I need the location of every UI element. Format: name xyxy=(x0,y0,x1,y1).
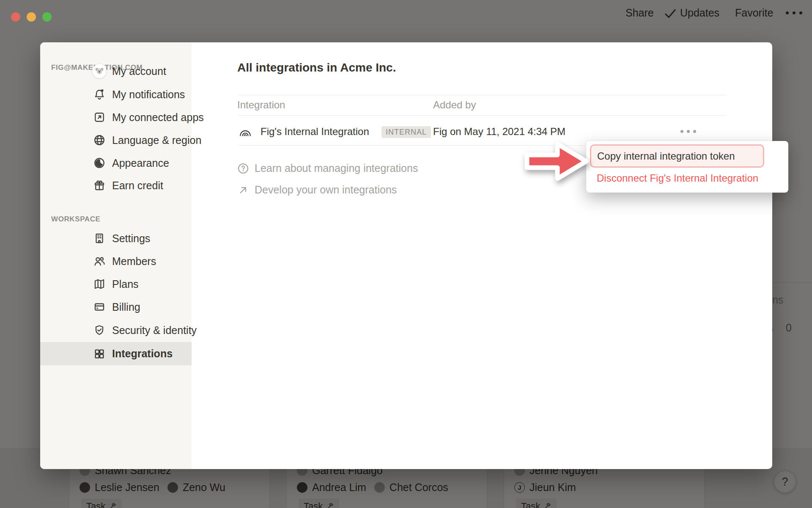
sidebar-item-language-region[interactable]: Language & region xyxy=(40,130,192,151)
column-header-added-by: Added by xyxy=(433,99,476,111)
sidebar-item-appearance[interactable]: Appearance xyxy=(40,152,192,174)
settings-sidebar: FIG@MAKENOTION.COM My account xyxy=(40,42,192,469)
sidebar-item-earn-credit[interactable]: Earn credit xyxy=(40,175,192,196)
sidebar-item-billing[interactable]: Billing xyxy=(40,296,192,318)
sidebar-item-my-connected-apps[interactable]: My connected apps xyxy=(40,107,192,128)
develop-link[interactable]: Develop your own integrations xyxy=(237,184,397,196)
sidebar-item-settings[interactable]: Settings xyxy=(40,228,192,249)
sidebar-item-integrations[interactable]: Integrations xyxy=(40,342,192,365)
arrow-up-right-icon xyxy=(237,184,249,196)
sidebar-item-my-notifications[interactable]: My notifications xyxy=(40,84,192,105)
copy-token-menu-item[interactable]: Copy internal integration token xyxy=(590,144,764,168)
zoom-button[interactable] xyxy=(42,12,52,22)
building-icon xyxy=(92,231,107,246)
column-header-integration: Integration xyxy=(237,99,285,111)
disconnect-menu-item[interactable]: Disconnect Fig's Internal Integration xyxy=(597,172,758,184)
integration-name: Fig's Internal Integration xyxy=(261,126,369,138)
row-menu-button[interactable] xyxy=(680,130,696,133)
moon-icon xyxy=(92,156,107,170)
table-row: Fig's Internal Integration INTERNAL Fig … xyxy=(237,121,727,142)
people-icon xyxy=(92,254,107,268)
help-circle-icon xyxy=(237,163,249,174)
gift-icon xyxy=(92,178,107,193)
shield-check-icon xyxy=(92,323,107,337)
sidebar-item-plans[interactable]: Plans xyxy=(40,273,192,295)
minimize-button[interactable] xyxy=(27,12,36,22)
annotation-arrow-icon xyxy=(522,137,590,185)
globe-icon xyxy=(92,133,107,147)
workspace-label: WORKSPACE xyxy=(51,215,101,224)
row-context-menu: Copy internal integration token Disconne… xyxy=(586,141,788,193)
learn-link[interactable]: Learn about managing integrations xyxy=(237,162,418,174)
credit-card-icon xyxy=(92,300,107,314)
settings-dialog: FIG@MAKENOTION.COM My account xyxy=(40,42,772,469)
map-icon xyxy=(92,277,107,291)
divider xyxy=(237,95,727,95)
bell-icon xyxy=(92,87,107,102)
external-link-box-icon xyxy=(92,110,107,124)
fig-arcs-icon xyxy=(238,124,252,139)
integrations-panel: All integrations in Acme Inc. Integratio… xyxy=(237,42,728,469)
sidebar-item-members[interactable]: Members xyxy=(40,251,192,272)
grid-icon xyxy=(92,347,107,361)
sidebar-item-my-account[interactable]: My account xyxy=(40,61,192,82)
page-title: All integrations in Acme Inc. xyxy=(237,61,396,75)
sidebar-item-security-identity[interactable]: Security & identity xyxy=(40,320,192,341)
close-button[interactable] xyxy=(11,12,20,22)
divider xyxy=(237,115,727,116)
internal-badge: INTERNAL xyxy=(381,126,431,138)
avatar-koala-icon xyxy=(92,64,107,78)
window-controls xyxy=(11,12,52,22)
added-by-value: Fig on May 11, 2021 4:34 PM xyxy=(433,126,565,138)
